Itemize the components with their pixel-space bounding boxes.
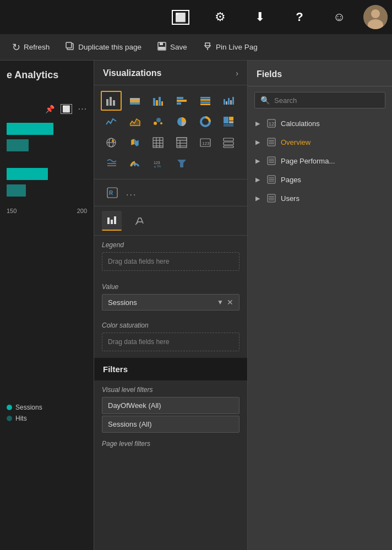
color-saturation-drop-zone[interactable]: Drag data fields here [102, 333, 239, 351]
viz-icon-bar-selected[interactable] [101, 91, 122, 111]
svg-rect-39 [229, 121, 233, 123]
sessions-chip[interactable]: Sessions ▼ ✕ [102, 294, 239, 311]
viz-icon-bar-2[interactable] [171, 91, 192, 111]
download-icon: ⬇ [255, 10, 265, 24]
svg-rect-4 [66, 42, 72, 48]
viz-icon-grid: 123 [94, 85, 247, 179]
settings-button[interactable]: ⚙ [200, 0, 240, 34]
more-chart-button[interactable]: ··· [75, 101, 90, 117]
svg-rect-28 [226, 101, 227, 105]
viz-icon-line[interactable] [101, 112, 122, 132]
filter-label-sessions: Sessions (All) [108, 420, 151, 428]
filter-item-sessions[interactable]: Sessions (All) [102, 416, 239, 433]
main-area: e Analytics 📌 ⬜ ··· [0, 61, 392, 550]
svg-text:123: 123 [269, 121, 276, 127]
page-level-label: Page level filters [94, 434, 247, 451]
chip-dropdown-arrow[interactable]: ▼ [217, 298, 224, 306]
svg-rect-38 [229, 117, 233, 121]
viz-icon-kpi[interactable]: 123 ▲ 5% [148, 154, 168, 173]
viz-icon-treemap[interactable] [218, 112, 239, 132]
pin-live-button[interactable]: Pin Live Pag [195, 34, 265, 60]
viz-icon-r-visual[interactable]: R [102, 183, 123, 203]
axis-label-150: 150 [7, 208, 17, 214]
field-tree-item-users[interactable]: ▶ Users [248, 189, 392, 208]
legend-drop-zone[interactable]: Drag data fields here [102, 252, 239, 271]
viz-icon-waterfall[interactable] [218, 91, 239, 111]
field-tree-item-calculations[interactable]: ▶ 123 Calculations [248, 114, 392, 133]
svg-rect-22 [177, 102, 181, 105]
legend-item-hits: Hits [7, 415, 42, 422]
refresh-icon: ↻ [12, 41, 20, 53]
viz-icon-scatter[interactable] [148, 112, 168, 132]
user-avatar-button[interactable] [359, 0, 392, 34]
viz-icon-slicer[interactable] [101, 154, 122, 173]
axis-label-200: 200 [77, 208, 87, 214]
svg-rect-21 [177, 100, 187, 102]
focus-chart-icon: ⬜ [61, 104, 72, 114]
value-section-label: Value [102, 283, 239, 291]
save-icon [157, 41, 167, 53]
users-icon [266, 193, 276, 203]
viz-icon-card[interactable]: 123 [195, 133, 216, 153]
legend-label-hits: Hits [15, 415, 27, 422]
avatar [363, 5, 388, 29]
refresh-button[interactable]: ↻ Refresh [4, 34, 57, 60]
viz-icon-table[interactable] [148, 133, 168, 153]
feedback-button[interactable]: ☺ [319, 0, 359, 34]
color-saturation-section: Color saturation Drag data fields here [94, 316, 247, 358]
viz-subtabs [94, 206, 247, 236]
svg-rect-7 [159, 47, 165, 50]
viz-icon-bar-3[interactable] [195, 91, 216, 111]
save-label: Save [170, 43, 187, 51]
duplicate-button[interactable]: Duplicate this page [57, 34, 149, 60]
tree-arrow-pages: ▶ [255, 176, 262, 183]
svg-rect-13 [130, 100, 140, 102]
filter-item-dayofweek[interactable]: DayOfWeek (All) [102, 397, 239, 414]
top-toolbar-icons: ⬜ ⚙ ⬇ ? ☺ [161, 0, 392, 34]
chart-title: e Analytics [0, 61, 94, 85]
viz-icon-stacked-bar[interactable] [124, 91, 145, 111]
field-tree-item-page-performance[interactable]: ▶ Page Performa... [248, 151, 392, 170]
help-button[interactable]: ? [280, 0, 319, 34]
legend-item-sessions: Sessions [7, 404, 42, 411]
svg-rect-20 [177, 97, 183, 99]
viz-icon-area[interactable] [124, 112, 145, 132]
svg-rect-37 [224, 117, 228, 123]
fields-search-container[interactable]: 🔍 [254, 92, 385, 108]
viz-icon-donut[interactable] [195, 112, 216, 132]
search-input[interactable] [274, 96, 379, 105]
field-tree-item-overview[interactable]: ▶ Overview [248, 133, 392, 151]
download-button[interactable]: ⬇ [240, 0, 280, 34]
viz-format-subtab[interactable] [129, 211, 149, 231]
duplicate-icon [65, 41, 75, 53]
chip-remove-button[interactable]: ✕ [227, 298, 233, 307]
save-button[interactable]: Save [149, 34, 195, 60]
viz-icon-map[interactable] [101, 133, 122, 153]
focus-mode-button[interactable]: ⬜ [161, 0, 200, 34]
viz-icon-multi-row[interactable] [218, 133, 239, 153]
viz-icon-gauge[interactable] [124, 154, 145, 173]
viz-fields-subtab[interactable] [102, 211, 122, 231]
pin-chart-icon: 📌 [45, 105, 55, 113]
bar-teal-1 [7, 123, 53, 135]
color-saturation-label: Color saturation [102, 322, 239, 329]
svg-point-32 [154, 122, 157, 125]
overview-icon [266, 137, 276, 147]
help-icon: ? [296, 10, 303, 24]
svg-rect-58 [224, 138, 233, 141]
svg-rect-31 [232, 97, 234, 105]
svg-text:123: 123 [154, 161, 160, 165]
svg-rect-6 [160, 42, 163, 45]
viz-icon-clustered[interactable] [148, 91, 168, 111]
bar-dark-2 [7, 184, 26, 197]
viz-icon-pie[interactable] [171, 112, 192, 132]
more-dots: ... [126, 188, 137, 198]
field-tree-item-pages[interactable]: ▶ Pages [248, 170, 392, 189]
viz-icon-matrix[interactable] [171, 133, 192, 153]
focus-chart-button[interactable]: ⬜ [58, 101, 74, 117]
page-performance-label: Page Performa... [281, 157, 335, 165]
viz-icon-funnel[interactable] [171, 154, 192, 173]
pin-chart-button[interactable]: 📌 [42, 101, 57, 117]
viz-icon-filled-map[interactable] [124, 133, 145, 153]
visual-level-label: Visual level filters [94, 380, 247, 397]
